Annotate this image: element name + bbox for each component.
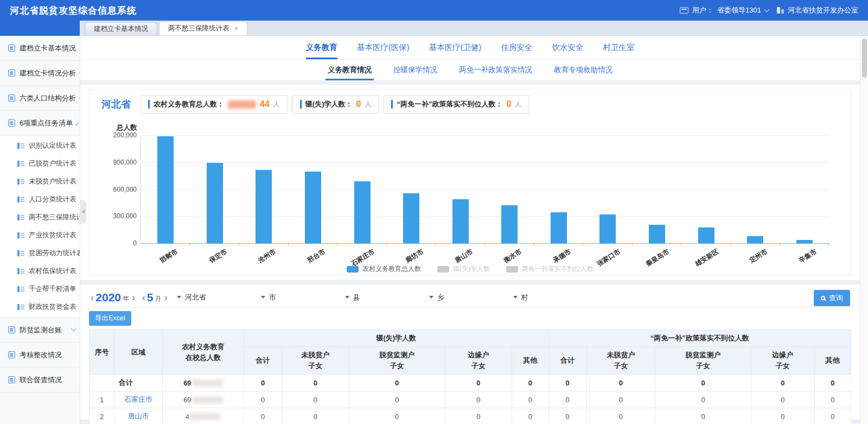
region-select-1[interactable]: 市 — [261, 293, 345, 302]
bar-承德市[interactable] — [551, 212, 567, 243]
sidebar-subitem-0[interactable]: 识别认定统计表 — [0, 137, 80, 155]
sub-header-2: 脱贫监测户 子女 — [349, 347, 445, 375]
month-value[interactable]: 5 — [147, 291, 154, 304]
x-axis-label: 辛集市 — [797, 247, 819, 265]
user-card-icon — [680, 7, 688, 14]
prev-month-arrow[interactable]: ‹ — [140, 292, 146, 302]
sidebar-item-0[interactable]: 建档立卡基本情况 — [0, 36, 80, 61]
bar-唐山市[interactable] — [452, 199, 469, 243]
bar-衡水市[interactable] — [501, 205, 518, 243]
sidebar-subitem-3[interactable]: 人口分类统计表 — [0, 191, 80, 208]
bar-秦皇岛市[interactable] — [649, 225, 665, 243]
bar-雄安新区[interactable] — [698, 227, 714, 243]
next-month-arrow[interactable]: › — [162, 292, 169, 302]
region-link[interactable]: 唐山市 — [128, 412, 149, 420]
sub-tab-2[interactable]: 两免一补政策落实情况 — [457, 60, 534, 80]
window-tab-1[interactable]: 两不愁三保障统计表× — [159, 21, 247, 35]
export-excel-button[interactable]: 导出Excel — [89, 311, 131, 326]
user-name[interactable]: 省委领导1301 — [717, 5, 761, 15]
bar-石家庄市[interactable] — [354, 181, 371, 243]
x-axis-tick — [288, 243, 289, 245]
bar-张家口市[interactable] — [599, 214, 616, 243]
stat-label: 辍(失)学人数： — [305, 99, 353, 109]
list-icon — [17, 268, 24, 274]
select-value: 县 — [353, 293, 360, 302]
main-tab-5[interactable]: 村卫生室 — [603, 36, 634, 59]
bar-辛集市[interactable] — [796, 240, 813, 243]
main-tab-2[interactable]: 基本医疗(卫健) — [429, 36, 482, 59]
select-value: 村 — [521, 293, 528, 302]
sidebar-item-1[interactable]: 建档立卡情况分析 — [0, 61, 80, 86]
sidebar-subitem-6[interactable]: 贫困劳动力统计表 — [0, 244, 80, 262]
year-value[interactable]: 2020 — [95, 291, 121, 304]
sub-tab-1[interactable]: 控辍保学情况 — [391, 60, 439, 80]
row-cell-0: 0 — [244, 375, 282, 391]
filter-row: ‹ 2020 年 › ‹ 5 月 › 河北省市县乡村 查询 — [89, 288, 851, 307]
sidebar-item-label: 防贫监测台账 — [20, 325, 67, 335]
search-button[interactable]: 查询 — [814, 290, 850, 306]
bar-邢台市[interactable] — [305, 172, 321, 243]
chevron-down-icon[interactable] — [764, 7, 770, 12]
stat-box-2: “两免一补”政策落实不到位人数：0人 — [384, 95, 529, 113]
bar-定州市[interactable] — [747, 236, 763, 243]
legend-item-0[interactable]: 农村义务教育总人数 — [347, 264, 421, 274]
region-select-3[interactable]: 乡 — [429, 293, 513, 302]
sidebar-item-6[interactable]: 联合督查情况 — [0, 368, 80, 393]
bar-邯郸市[interactable] — [157, 136, 174, 243]
next-year-arrow[interactable]: › — [130, 292, 137, 302]
sub-tab-3[interactable]: 教育专项救助情况 — [552, 60, 615, 80]
sidebar-subitem-9[interactable]: 财政扶贫资金表 — [0, 298, 80, 316]
main-tab-4[interactable]: 饮水安全 — [552, 36, 583, 59]
row-cell-9: 0 — [814, 375, 851, 391]
main-tab-0[interactable]: 义务教育 — [306, 36, 337, 59]
x-axis-label: 保定市 — [207, 247, 229, 265]
legend-swatch — [506, 266, 518, 273]
sidebar-subitem-label: 千企帮千村清单 — [29, 284, 76, 294]
list-icon — [17, 143, 24, 149]
sidebar-subitem-8[interactable]: 千企帮千村清单 — [0, 280, 80, 298]
region-select-0[interactable]: 河北省 — [177, 293, 261, 302]
table-row: 2唐山市40000000000 — [90, 408, 851, 424]
table-row: 合计690000000000 — [90, 375, 851, 391]
sidebar-subitem-5[interactable]: 产业扶贫统计表 — [0, 226, 80, 244]
statistics-table: 序号区域农村义务教育 在校总人数辍(失)学人数“两免一补”政策落实不到位人数合计… — [89, 330, 851, 424]
sidebar-subitem-label: 农村低保统计表 — [29, 267, 76, 276]
bar-保定市[interactable] — [207, 163, 223, 243]
sidebar-item-5[interactable]: 考核整改情况 — [0, 343, 80, 368]
sidebar-subitem-1[interactable]: 已脱贫户统计表 — [0, 155, 80, 173]
window-tab-0[interactable]: 建档立卡基本情况 — [85, 22, 157, 35]
sidebar-subitem-7[interactable]: 农村低保统计表 — [0, 262, 80, 280]
sidebar-item-3[interactable]: 6项重点任务清单 — [0, 111, 80, 136]
redacted-value — [189, 413, 221, 420]
vertical-scrollbar[interactable] — [860, 36, 868, 424]
sidebar-item-label: 联合督查情况 — [20, 375, 75, 385]
close-icon[interactable]: × — [234, 25, 239, 32]
x-axis-label: 唐山市 — [453, 247, 475, 265]
main-tab-3[interactable]: 住房安全 — [501, 36, 532, 59]
caret-down-icon — [345, 296, 349, 299]
list-icon — [17, 232, 24, 238]
region-link[interactable]: 石家庄市 — [124, 395, 152, 403]
sidebar-item-4[interactable]: 防贫监测台账 — [0, 318, 80, 343]
search-button-label: 查询 — [829, 293, 843, 303]
bar-沧州市[interactable] — [256, 170, 272, 243]
caret-down-icon — [513, 296, 518, 299]
sidebar-collapse-handle[interactable] — [80, 200, 86, 224]
sidebar-subitem-4[interactable]: 两不愁三保障统计 — [0, 208, 80, 226]
scrollbar-thumb[interactable] — [862, 39, 867, 78]
main-tab-1[interactable]: 基本医疗(医保) — [357, 36, 410, 59]
document-icon — [8, 326, 15, 333]
chart-bars: 邯郸市保定市沧州市邢台市石家庄市廊坊市唐山市衡水市承德市张家口市秦皇岛市雄安新区… — [141, 135, 829, 243]
chevron-up-icon[interactable] — [76, 123, 79, 126]
legend-item-2[interactable]: 两免一补落实不到位人数 — [506, 264, 593, 274]
sidebar-subitem-2[interactable]: 未脱贫户统计表 — [0, 173, 80, 191]
region-select-4[interactable]: 村 — [513, 293, 597, 302]
chevron-down-icon[interactable] — [71, 326, 76, 332]
sub-header-3: 边缘户 子女 — [445, 347, 512, 375]
region-select-2[interactable]: 县 — [345, 293, 429, 302]
bar-廊坊市[interactable] — [403, 193, 419, 243]
prev-year-arrow[interactable]: ‹ — [89, 292, 95, 302]
sub-tab-0[interactable]: 义务教育情况 — [326, 60, 374, 80]
legend-item-1[interactable]: 辍(失)学人数 — [437, 264, 490, 274]
sidebar-item-2[interactable]: 六类人口结构分析 — [0, 86, 80, 111]
